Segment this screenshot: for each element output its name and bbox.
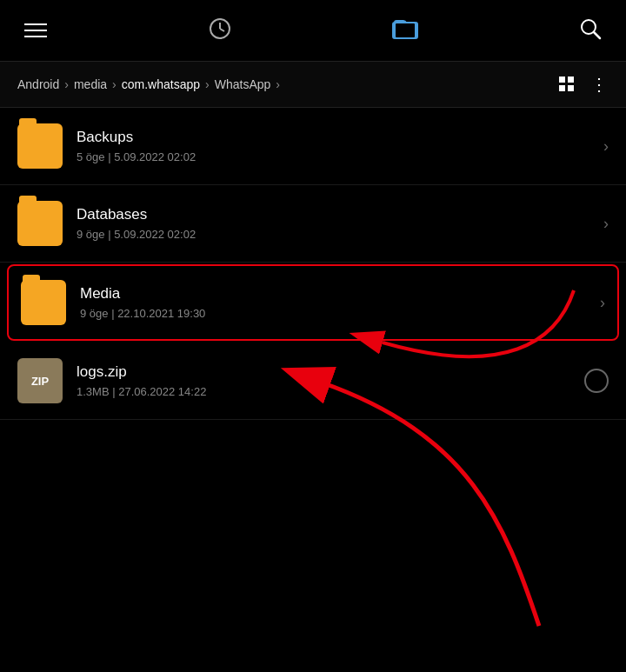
- file-item-media[interactable]: Media 9 öge | 22.10.2021 19:30 ›: [7, 264, 619, 341]
- file-name-databases: Databases: [77, 206, 595, 223]
- breadcrumb-media[interactable]: media: [74, 77, 107, 91]
- folder-view-button[interactable]: [392, 16, 418, 45]
- history-button[interactable]: [208, 17, 232, 44]
- file-meta-databases: 9 öge | 5.09.2022 02:02: [77, 228, 595, 241]
- select-circle-logs[interactable]: [584, 369, 609, 393]
- breadcrumb-sep-4: ›: [276, 77, 280, 91]
- file-name-logs: logs.zip: [77, 363, 584, 381]
- grid-view-button[interactable]: [559, 77, 575, 92]
- zip-icon-logs: ZIP: [17, 358, 63, 403]
- file-list: Backups 5 öge | 5.09.2022 02:02 › Databa…: [0, 108, 626, 420]
- more-options-button[interactable]: ⋮: [590, 74, 609, 95]
- breadcrumb-sep-3: ›: [205, 77, 210, 91]
- breadcrumb-whatsapp[interactable]: com.whatsapp: [122, 77, 200, 91]
- breadcrumb-android[interactable]: Android: [17, 77, 59, 91]
- menu-button[interactable]: [24, 23, 47, 37]
- file-meta-logs: 1.3MB | 27.06.2022 14:22: [77, 385, 584, 398]
- breadcrumb: Android › media › com.whatsapp › WhatsAp…: [0, 62, 626, 108]
- file-item-databases[interactable]: Databases 9 öge | 5.09.2022 02:02 ›: [0, 185, 626, 263]
- folder-icon-media: [21, 280, 66, 325]
- file-name-media: Media: [80, 285, 591, 303]
- file-item-logs[interactable]: ZIP logs.zip 1.3MB | 27.06.2022 14:22: [0, 343, 626, 420]
- toolbar: [0, 0, 626, 62]
- file-meta-media: 9 öge | 22.10.2021 19:30: [80, 307, 591, 320]
- file-item-backups[interactable]: Backups 5 öge | 5.09.2022 02:02 ›: [0, 108, 626, 185]
- file-info-backups: Backups 5 öge | 5.09.2022 02:02: [77, 129, 595, 163]
- file-name-backups: Backups: [77, 129, 595, 146]
- breadcrumb-sep-2: ›: [112, 77, 117, 91]
- breadcrumb-actions: ⋮: [559, 74, 609, 95]
- file-info-media: Media 9 öge | 22.10.2021 19:30: [80, 285, 591, 320]
- file-meta-backups: 5 öge | 5.09.2022 02:02: [77, 150, 595, 163]
- chevron-icon-media: ›: [600, 294, 605, 312]
- folder-icon-backups: [17, 123, 63, 169]
- svg-rect-3: [395, 23, 416, 38]
- breadcrumb-whatsapp-folder[interactable]: WhatsApp: [215, 77, 271, 91]
- search-button[interactable]: [579, 17, 602, 43]
- svg-line-2: [220, 29, 224, 31]
- file-info-databases: Databases 9 öge | 5.09.2022 02:02: [77, 206, 595, 241]
- folder-icon-databases: [17, 201, 63, 246]
- breadcrumb-sep-1: ›: [64, 77, 69, 91]
- file-info-logs: logs.zip 1.3MB | 27.06.2022 14:22: [77, 363, 584, 398]
- svg-line-5: [594, 32, 600, 38]
- chevron-icon-backups: ›: [603, 137, 609, 156]
- chevron-icon-databases: ›: [603, 215, 609, 233]
